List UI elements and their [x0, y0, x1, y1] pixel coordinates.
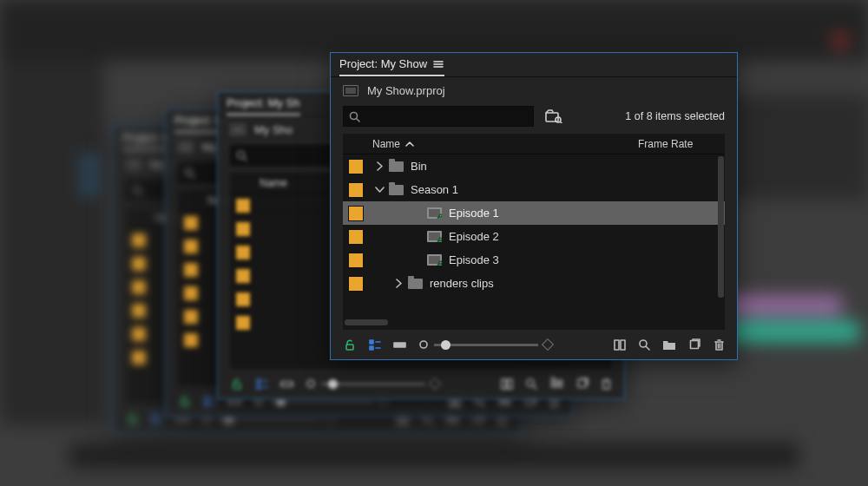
label-color-chip[interactable] — [348, 229, 364, 245]
svg-line-49 — [561, 122, 562, 124]
new-bin-button[interactable] — [662, 338, 676, 351]
trash-button[interactable] — [713, 338, 725, 351]
svg-rect-60 — [615, 340, 619, 350]
svg-rect-21 — [229, 399, 240, 404]
panel-tabbar: Project: My Show — [331, 53, 737, 77]
thumbnail-size-slider[interactable] — [418, 339, 552, 350]
filter-bin-button[interactable] — [542, 107, 565, 126]
horizontal-scrollbar[interactable] — [343, 319, 725, 328]
sequence-icon — [427, 207, 442, 219]
svg-rect-3 — [153, 414, 156, 417]
row-label: Bin — [405, 160, 427, 173]
sequence-icon — [427, 231, 442, 242]
svg-line-29 — [244, 158, 247, 161]
column-name[interactable]: Name — [372, 138, 638, 150]
panel-title: Project: My Show — [339, 57, 427, 70]
filter-bin-icon — [545, 109, 562, 123]
svg-rect-35 — [281, 382, 293, 386]
list-row[interactable]: Episode 1 — [343, 201, 725, 225]
svg-rect-55 — [370, 346, 373, 350]
svg-line-40 — [533, 385, 536, 389]
svg-point-28 — [238, 151, 245, 158]
svg-rect-18 — [205, 403, 208, 406]
svg-rect-54 — [370, 340, 373, 344]
svg-line-12 — [429, 420, 432, 424]
svg-rect-30 — [233, 384, 240, 389]
chevron-right-icon[interactable] — [391, 279, 405, 288]
lock-open-icon[interactable] — [343, 338, 356, 351]
svg-rect-50 — [437, 217, 442, 219]
svg-rect-51 — [437, 240, 442, 242]
project-file-name: My Show.prproj — [367, 84, 445, 97]
svg-point-14 — [186, 168, 193, 175]
list-row[interactable]: Episode 3 — [343, 248, 725, 272]
search-input[interactable] — [343, 106, 534, 127]
svg-rect-4 — [153, 420, 156, 424]
svg-rect-37 — [502, 379, 506, 389]
label-color-chip[interactable] — [348, 276, 364, 292]
svg-point-0 — [134, 186, 141, 193]
list-view-button[interactable] — [368, 338, 381, 351]
label-color-chip[interactable] — [348, 159, 364, 174]
vertical-scrollbar[interactable] — [718, 156, 724, 319]
svg-rect-16 — [181, 401, 188, 406]
row-label: Episode 3 — [444, 253, 499, 266]
svg-rect-41 — [578, 379, 586, 387]
label-color-chip[interactable] — [348, 206, 364, 221]
list-row[interactable]: Season 1 — [343, 178, 725, 201]
row-label: Episode 1 — [444, 207, 499, 220]
freeform-view-button[interactable] — [614, 339, 626, 351]
row-label: renders clips — [424, 277, 494, 290]
folder-icon — [389, 161, 404, 172]
svg-point-59 — [420, 341, 427, 348]
svg-line-63 — [646, 346, 649, 350]
sort-asc-icon — [405, 141, 414, 148]
svg-rect-61 — [621, 340, 625, 350]
svg-rect-53 — [346, 345, 353, 350]
folder-icon — [408, 279, 423, 289]
sequence-icon — [427, 254, 442, 266]
chevron-down-icon[interactable] — [372, 186, 386, 194]
label-color-chip[interactable] — [348, 182, 364, 198]
slider-max-icon — [542, 338, 554, 351]
find-button[interactable] — [638, 338, 650, 351]
svg-rect-17 — [205, 397, 208, 400]
svg-line-46 — [357, 119, 359, 122]
list-row[interactable]: Bin — [343, 154, 725, 178]
svg-line-26 — [481, 403, 484, 406]
project-file-icon — [343, 85, 358, 96]
svg-rect-58 — [394, 343, 405, 347]
column-framerate[interactable]: Frame Rate — [638, 138, 725, 150]
svg-rect-31 — [257, 379, 260, 383]
search-icon — [349, 111, 360, 122]
panel-footer — [331, 330, 737, 359]
svg-rect-52 — [437, 264, 442, 266]
svg-rect-32 — [257, 385, 260, 389]
svg-point-36 — [307, 380, 314, 387]
chevron-right-icon[interactable] — [372, 161, 386, 171]
list-row[interactable]: Episode 2 — [343, 225, 725, 248]
panel-tab[interactable]: Project: My Show — [339, 53, 444, 76]
new-item-button[interactable] — [688, 338, 701, 351]
row-label: Episode 2 — [444, 230, 499, 243]
icon-view-button[interactable] — [393, 339, 406, 350]
selection-status: 1 of 8 items selected — [625, 110, 725, 122]
svg-rect-2 — [129, 418, 136, 424]
panel-menu-icon[interactable] — [432, 59, 444, 69]
svg-line-1 — [140, 193, 142, 195]
svg-rect-64 — [691, 340, 699, 348]
project-panel: Project: My Show My Show.prproj 1 of 8 i… — [330, 52, 738, 360]
svg-point-45 — [351, 112, 358, 119]
folder-icon — [389, 185, 404, 195]
list-row[interactable]: renders clips — [343, 272, 725, 295]
project-list: Name Frame Rate BinSeason 1Episode 1Epis… — [343, 134, 725, 330]
svg-rect-38 — [508, 379, 512, 389]
slider-min-icon — [418, 339, 429, 350]
svg-rect-7 — [177, 417, 188, 421]
svg-line-15 — [192, 175, 194, 178]
row-label: Season 1 — [405, 183, 458, 196]
label-color-chip[interactable] — [348, 253, 364, 268]
